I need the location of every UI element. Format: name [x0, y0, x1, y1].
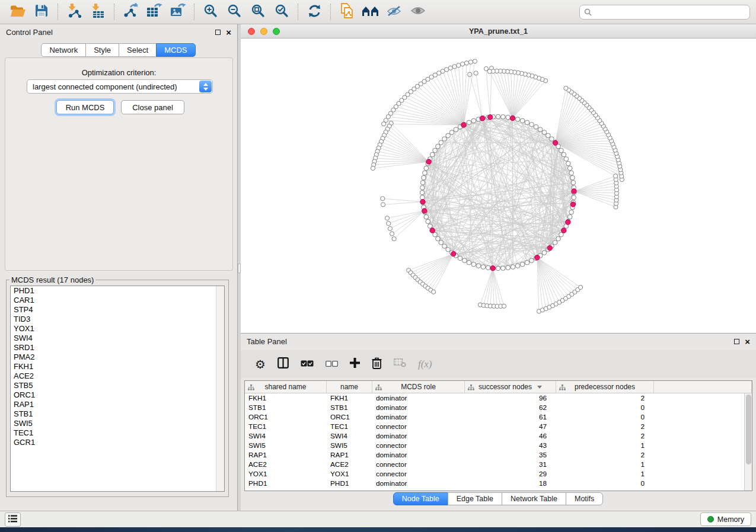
mcds-result-item[interactable]: FKH1 — [11, 362, 224, 371]
table-cell: SWI4 — [327, 431, 372, 441]
mcds-result-item[interactable]: YOX1 — [11, 324, 224, 334]
mcds-result-item[interactable]: CAR1 — [11, 296, 224, 305]
window-minimize-icon[interactable] — [260, 28, 267, 35]
table-row[interactable]: RAP1RAP1dominator352 — [245, 450, 744, 460]
network-view-window: YPA_prune.txt_1 — [241, 24, 756, 333]
column-header-name[interactable]: name — [327, 381, 372, 393]
table-cell: FKH1 — [245, 393, 327, 403]
table-row[interactable]: TEC1TEC1connector472 — [245, 422, 744, 431]
export-network-button[interactable] — [119, 2, 142, 21]
close-panel-button[interactable]: Close panel — [121, 100, 184, 114]
cytoscape-window: Control Panel × NetworkStyleSelectMCDS O… — [0, 0, 756, 527]
table-cell: 2 — [556, 393, 654, 403]
table-row[interactable]: ACE2ACE2connector311 — [245, 460, 744, 469]
dropdown-stepper-icon — [199, 81, 212, 92]
table-row[interactable]: FKH1FKH1dominator962 — [245, 393, 744, 403]
optimization-criterion-select[interactable]: largest connected component (undirected) — [27, 79, 213, 94]
search-input[interactable] — [579, 5, 750, 20]
duplicate-network-button[interactable] — [335, 2, 359, 21]
delete-column-button[interactable] — [372, 357, 382, 371]
close-panel-icon[interactable]: × — [745, 339, 750, 344]
column-header-predecessor-nodes[interactable]: predecessor nodes — [556, 381, 654, 393]
mcds-result-item[interactable]: TID3 — [11, 315, 224, 324]
first-neighbors-button[interactable] — [359, 2, 382, 21]
table-row[interactable]: STB1STB1dominator620 — [245, 403, 744, 412]
table-settings-button[interactable]: ⚙ — [255, 358, 266, 370]
sort-caret-icon[interactable] — [537, 386, 542, 389]
table-row[interactable]: YOX1YOX1connector291 — [245, 469, 744, 479]
control-panel: Control Panel × NetworkStyleSelectMCDS O… — [0, 24, 238, 511]
column-header-successor-nodes[interactable]: successor nodes — [465, 381, 556, 393]
close-panel-icon[interactable]: × — [226, 30, 231, 35]
table-scrollbar-thumb[interactable] — [746, 395, 751, 464]
run-mcds-button[interactable]: Run MCDS — [56, 100, 114, 114]
open-button[interactable] — [6, 2, 30, 21]
mcds-result-item[interactable]: ORC1 — [11, 390, 224, 400]
gear-icon: ⚙ — [255, 358, 266, 370]
search-box — [579, 5, 750, 20]
mcds-result-item[interactable]: PHD1 — [11, 286, 224, 296]
mcds-result-item[interactable]: TEC1 — [11, 428, 224, 438]
window-maximize-icon[interactable] — [273, 28, 280, 35]
mcds-result-item[interactable]: GCR1 — [11, 438, 224, 447]
export-image-button[interactable] — [166, 2, 190, 21]
tab-select[interactable]: Select — [119, 43, 157, 57]
mcds-result-item[interactable]: STB5 — [11, 381, 224, 390]
network-canvas — [241, 39, 756, 333]
mcds-result-scrollbar[interactable] — [216, 286, 224, 491]
trash-icon — [372, 357, 382, 371]
mcds-result-item[interactable]: SWI4 — [11, 334, 224, 343]
column-header-shared-name[interactable]: shared name — [245, 381, 327, 393]
zoom-selected-icon — [275, 4, 289, 20]
window-close-icon[interactable] — [248, 28, 255, 35]
tab-motifs[interactable]: Motifs — [566, 492, 603, 505]
refresh-button[interactable] — [302, 2, 326, 21]
zoom-selected-button[interactable] — [270, 2, 294, 21]
select-all-button[interactable] — [301, 359, 314, 370]
zoom-fit-button[interactable] — [246, 2, 270, 21]
column-label: shared name — [264, 383, 306, 391]
zoom-in-button[interactable] — [199, 2, 222, 21]
memory-button[interactable]: Memory — [700, 512, 751, 526]
table-row[interactable]: SWI5SWI5connector431 — [245, 441, 744, 450]
table-cell: dominator — [372, 450, 465, 460]
tab-mcds[interactable]: MCDS — [156, 43, 195, 57]
add-column-button[interactable] — [350, 358, 360, 370]
table-scrollbar[interactable] — [744, 393, 752, 491]
float-panel-icon[interactable] — [215, 30, 221, 35]
table-row[interactable]: SWI4SWI4dominator462 — [245, 431, 744, 441]
hide-selected-icon — [386, 4, 403, 20]
tab-network[interactable]: Network — [41, 43, 86, 57]
table-row[interactable]: ORC1ORC1dominator610 — [245, 412, 744, 422]
deselect-all-button[interactable] — [326, 359, 338, 370]
optimization-criterion-label: Optimization criterion: — [5, 68, 232, 77]
table-cell: FKH1 — [327, 393, 372, 403]
column-header-mcds-role[interactable]: MCDS role — [372, 381, 465, 393]
tab-style[interactable]: Style — [85, 43, 119, 57]
hide-selected-button[interactable] — [382, 2, 406, 21]
table-row[interactable]: PHD1PHD1dominator180 — [245, 479, 744, 488]
import-table-button[interactable] — [86, 2, 110, 21]
mcds-result-item[interactable]: RAP1 — [11, 400, 224, 409]
export-table-button[interactable] — [142, 2, 166, 21]
mcds-result-item[interactable]: SWI5 — [11, 419, 224, 428]
export-table-icon — [146, 3, 162, 21]
mcds-result-item[interactable]: STP4 — [11, 305, 224, 315]
show-all-button[interactable] — [406, 2, 430, 21]
mcds-result-item[interactable]: ACE2 — [11, 371, 224, 381]
table-cell: 1 — [556, 441, 654, 450]
split-panel-button[interactable] — [277, 357, 289, 371]
save-button[interactable] — [30, 2, 53, 21]
tab-edge-table[interactable]: Edge Table — [448, 492, 502, 505]
import-network-button[interactable] — [62, 2, 86, 21]
export-network-icon — [123, 3, 139, 21]
mcds-result-item[interactable]: SRD1 — [11, 343, 224, 352]
mcds-result-item[interactable]: STB1 — [11, 409, 224, 419]
zoom-out-button[interactable] — [222, 2, 246, 21]
tab-node-table[interactable]: Node Table — [393, 492, 448, 505]
float-panel-icon[interactable] — [734, 339, 739, 344]
network-graph[interactable] — [241, 39, 756, 333]
task-history-button[interactable] — [5, 512, 21, 527]
tab-network-table[interactable]: Network Table — [502, 492, 566, 505]
mcds-result-item[interactable]: PMA2 — [11, 352, 224, 362]
